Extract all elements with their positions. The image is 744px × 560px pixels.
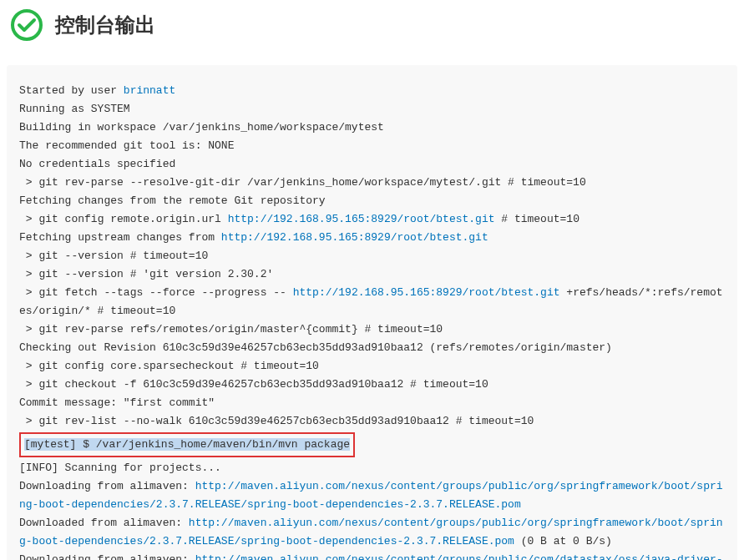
console-line-highlighted: [mytest] $ /var/jenkins_home/maven/bin/m… [19, 431, 725, 459]
console-line: > git checkout -f 610c3c59d39e46257cb63e… [19, 376, 725, 394]
page-header: 控制台输出 [0, 0, 744, 65]
console-line: Fetching upstream changes from http://19… [19, 229, 725, 247]
console-line: Started by user brinnatt [19, 82, 725, 100]
console-line: Downloaded from alimaven: http://maven.a… [19, 514, 725, 551]
console-line: Downloading from alimaven: http://maven.… [19, 477, 725, 514]
svg-point-0 [13, 11, 41, 39]
console-line: > git config remote.origin.url http://19… [19, 210, 725, 229]
console-output-panel: Started by user brinnatt Running as SYST… [7, 65, 737, 560]
git-url-link[interactable]: http://192.168.95.165:8929/root/btest.gi… [228, 213, 495, 225]
console-line: Running as SYSTEM [19, 100, 725, 119]
user-link[interactable]: brinnatt [124, 84, 175, 97]
git-url-link[interactable]: http://192.168.95.165:8929/root/btest.gi… [293, 286, 560, 299]
maven-url-link[interactable]: http://maven.aliyun.com/nexus/content/gr… [195, 553, 723, 560]
success-check-icon [10, 8, 43, 42]
console-line: The recommended git tool is: NONE [19, 137, 725, 155]
console-line: > git --version # timeout=10 [19, 247, 725, 265]
page-title: 控制台输出 [55, 12, 155, 38]
console-line: > git rev-parse refs/remotes/origin/mast… [19, 320, 725, 339]
console-line: > git --version # 'git version 2.30.2' [19, 265, 725, 284]
console-line: Downloading from alimaven: http://maven.… [19, 551, 725, 560]
git-url-link[interactable]: http://192.168.95.165:8929/root/btest.gi… [221, 231, 488, 244]
console-line: No credentials specified [19, 155, 725, 174]
console-line: > git config core.sparsecheckout # timeo… [19, 357, 725, 376]
console-line: [INFO] Scanning for projects... [19, 459, 725, 477]
console-line: > git rev-parse --resolve-git-dir /var/j… [19, 174, 725, 192]
console-line: Checking out Revision 610c3c59d39e46257c… [19, 339, 725, 357]
console-line: Fetching changes from the remote Git rep… [19, 192, 725, 210]
console-line: > git fetch --tags --force --progress --… [19, 284, 725, 320]
console-line: > git rev-list --no-walk 610c3c59d39e462… [19, 412, 725, 431]
console-line: Building in workspace /var/jenkins_home/… [19, 119, 725, 137]
console-line: Commit message: "first commit" [19, 394, 725, 412]
